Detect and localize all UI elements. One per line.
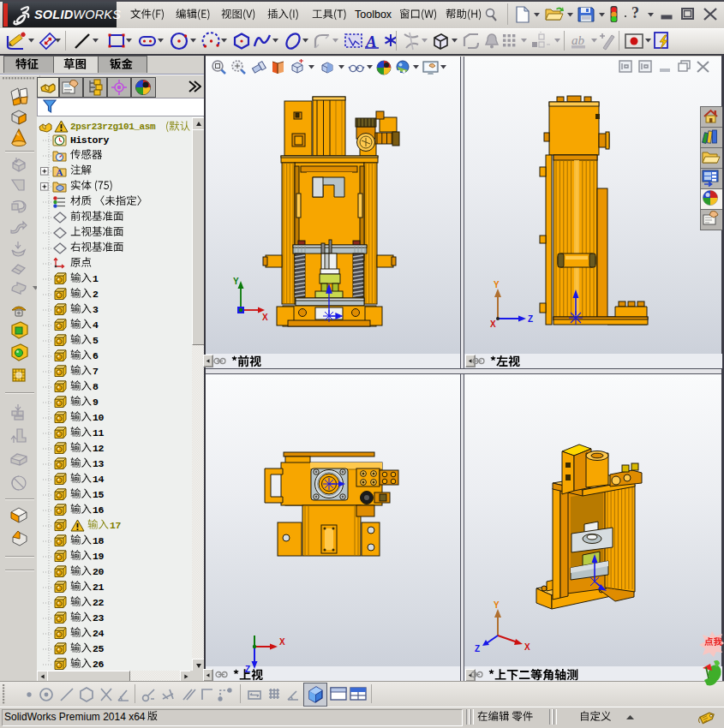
svg-text:X: X (490, 319, 496, 329)
svg-text:X: X (262, 313, 268, 322)
svg-text:Z: Z (245, 665, 250, 674)
svg-text:Y: Y (494, 600, 500, 610)
svg-text:Z: Z (528, 314, 533, 324)
svg-text:ab: ab (571, 33, 585, 47)
svg-text:Y: Y (494, 280, 500, 289)
svg-text:X: X (279, 637, 285, 647)
svg-text:Y: Y (233, 277, 239, 286)
svg-text:Z: Z (475, 644, 480, 653)
svg-text:X: X (524, 642, 530, 652)
svg-text:A: A (57, 167, 63, 177)
